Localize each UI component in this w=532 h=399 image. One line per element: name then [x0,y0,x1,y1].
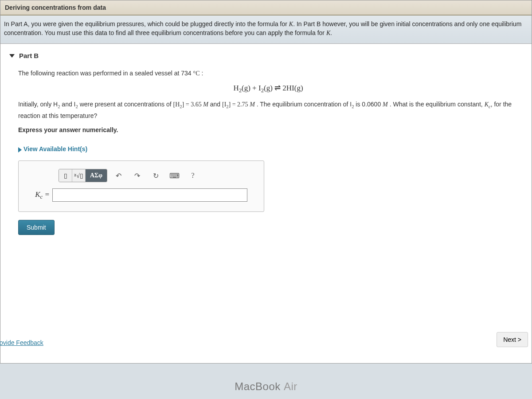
q-line1-a: The following reaction was performed in … [18,70,193,77]
answer-instruction: Express your answer numerically. [18,125,518,135]
q2-f: . What is the equilibrium constant, [388,101,485,108]
device-brand: MacBook [235,380,281,392]
q2-eq1: = 3.65 [184,101,203,108]
collapse-icon [9,54,15,58]
keyboard-button[interactable]: ⌨ [167,169,182,182]
redo-button[interactable]: ↷ [129,169,145,182]
expand-icon [18,147,22,153]
q2-a: Initially, only H [18,101,58,108]
q2-e: is 0.0600 [354,101,383,108]
intro-text: In Part A, you were given the equilibriu… [0,16,532,44]
equation-toolbar: ▯ ᵡ√▯ ΑΣφ ↶ ↷ ↻ ⌨ ? [59,169,256,182]
provide-feedback-link[interactable]: ovide Feedback [0,339,43,346]
equation: H2(g) + I2(g) ⇌ 2HI(g) [18,83,518,94]
intro-k1: K [289,21,293,27]
kc-label: Kc = [27,190,50,200]
greek-button[interactable]: ΑΣφ [86,169,107,182]
part-label: Part B [19,52,39,59]
kc-prefix: K [35,190,40,199]
section-header: Deriving concentrations from data [0,0,532,16]
q2-kc: K [485,101,489,108]
device-label: MacBook Air [0,380,532,393]
kc-eq: = [43,190,50,199]
hints-label: View Available Hint(s) [23,145,87,153]
q2-c: were present at concentrations of [78,101,173,108]
intro-text-3: . [330,29,332,36]
intro-k2: K [326,30,330,36]
question-line-2: Initially, only H2 and I2 were present a… [18,99,518,121]
q-line1-b: : [200,70,203,77]
q2-d: . The equilibrium concentration of I [255,101,352,108]
answer-input[interactable] [52,188,247,202]
next-button[interactable]: Next > [497,332,528,347]
q2-m1: M [203,101,208,108]
q2-and: and [208,101,222,108]
q2-m3: M [383,101,388,108]
answer-area: ▯ ᵡ√▯ ΑΣφ ↶ ↷ ↻ ⌨ ? Kc = [18,160,264,212]
question-line-1: The following reaction was performed in … [18,68,518,78]
device-model: Air [284,380,297,392]
submit-button[interactable]: Submit [18,220,55,235]
q2-b: and I [60,101,75,108]
reset-button[interactable]: ↻ [148,169,163,182]
view-hints-link[interactable]: View Available Hint(s) [18,145,87,153]
help-button[interactable]: ? [185,169,200,182]
root-button[interactable]: ᵡ√▯ [72,169,86,182]
undo-button[interactable]: ↶ [111,169,126,182]
q2-eq2: = 2.75 [231,101,250,108]
q2-m2: M [250,101,255,108]
templates-button[interactable]: ▯ [59,169,72,182]
q-line1-deg: °C [193,70,200,77]
part-bar[interactable]: Part B [0,44,532,64]
intro-text-1: In Part A, you were given the equilibriu… [4,20,289,27]
